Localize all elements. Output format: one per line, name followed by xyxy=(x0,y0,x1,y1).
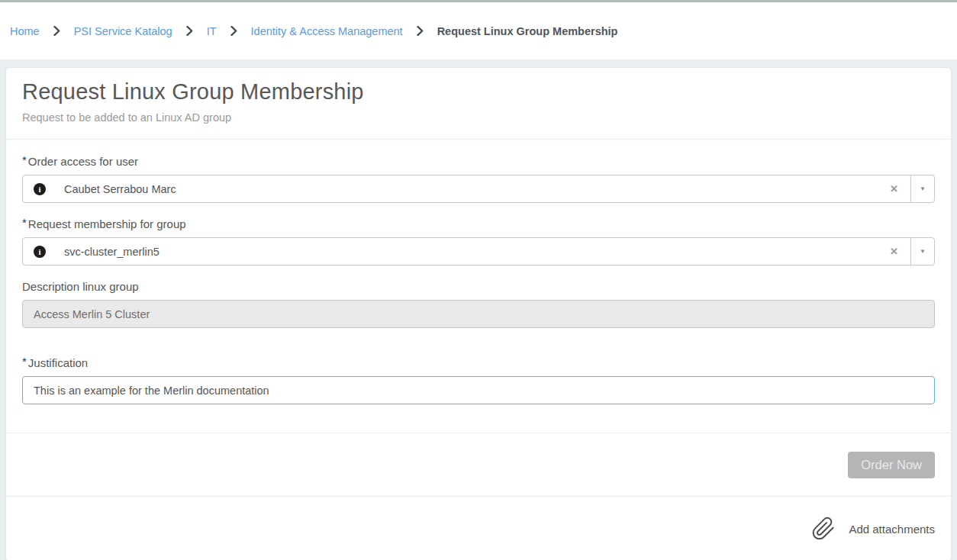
justification-label: *Justification xyxy=(22,356,935,370)
breadcrumb-link-home[interactable]: Home xyxy=(10,25,40,37)
required-marker: * xyxy=(22,153,27,167)
field-label-text: Request membership for group xyxy=(28,217,186,230)
order-now-button[interactable]: Order Now xyxy=(848,452,935,478)
form-fields: *Order access for user i Caubet Serrabou… xyxy=(6,140,951,433)
request-membership-for-group-label: *Request membership for group xyxy=(22,217,935,231)
breadcrumb-current-page: Request Linux Group Membership xyxy=(437,25,618,37)
form-actions: Order Now xyxy=(6,433,951,497)
info-circle-icon[interactable]: i xyxy=(34,246,46,258)
user-combobox[interactable]: i Caubet Serrabou Marc ✕ ▼ xyxy=(22,175,935,203)
breadcrumb-link-it[interactable]: IT xyxy=(207,25,217,37)
chevron-right-icon xyxy=(53,26,60,36)
add-attachments-button[interactable]: Add attachments xyxy=(811,517,935,541)
field-label-text: Order access for user xyxy=(28,155,138,168)
user-combobox-value-area: i Caubet Serrabou Marc ✕ xyxy=(23,175,910,202)
group-combobox-value-area: i svc-cluster_merlin5 ✕ xyxy=(23,238,910,265)
add-attachments-label: Add attachments xyxy=(849,523,935,536)
field-label-text: Justification xyxy=(28,356,88,369)
order-access-for-user-label: *Order access for user xyxy=(22,155,935,169)
form-header: Request Linux Group Membership Request t… xyxy=(6,68,951,140)
group-combobox[interactable]: i svc-cluster_merlin5 ✕ ▼ xyxy=(22,237,935,266)
page-title: Request Linux Group Membership xyxy=(22,79,935,105)
info-circle-icon[interactable]: i xyxy=(34,183,46,195)
breadcrumb-link-identity-access-management[interactable]: Identity & Access Management xyxy=(251,25,403,37)
caret-down-icon[interactable]: ▼ xyxy=(910,175,934,202)
required-marker: * xyxy=(22,355,27,369)
chevron-right-icon xyxy=(230,26,237,36)
request-form-card: Request Linux Group Membership Request t… xyxy=(5,67,952,560)
breadcrumb: Home PSI Service Katalog IT Identity & A… xyxy=(0,2,957,60)
paperclip-icon xyxy=(811,517,836,541)
field-label-text: Description linux group xyxy=(22,280,139,293)
chevron-right-icon xyxy=(186,26,193,36)
description-linux-group-field xyxy=(22,300,935,328)
breadcrumb-link-psi-service-katalog[interactable]: PSI Service Katalog xyxy=(74,25,172,37)
description-linux-group-label: Description linux group xyxy=(22,280,935,294)
required-marker: * xyxy=(22,216,27,230)
clear-x-icon[interactable]: ✕ xyxy=(878,246,910,257)
user-combobox-value: Caubet Serrabou Marc xyxy=(64,183,176,195)
attachments-bar: Add attachments xyxy=(6,497,951,560)
page-subtitle: Request to be added to an Linux AD group xyxy=(22,111,935,124)
clear-x-icon[interactable]: ✕ xyxy=(878,183,910,195)
group-combobox-value: svc-cluster_merlin5 xyxy=(64,246,160,258)
justification-input[interactable] xyxy=(22,376,935,404)
caret-down-icon[interactable]: ▼ xyxy=(910,238,934,265)
chevron-right-icon xyxy=(417,26,424,36)
